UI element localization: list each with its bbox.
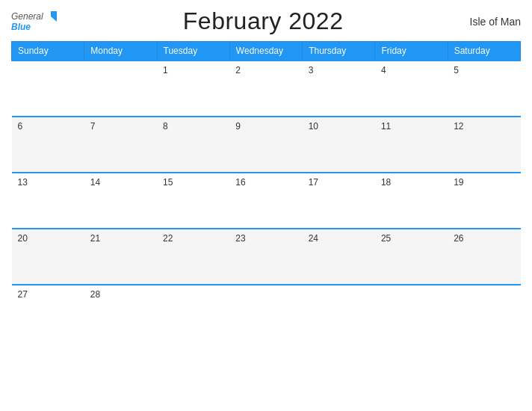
calendar-cell: 11	[375, 117, 448, 173]
day-number: 25	[381, 233, 391, 244]
day-number: 18	[381, 177, 391, 188]
day-number: 5	[454, 65, 459, 75]
day-number: 9	[235, 121, 241, 132]
day-number: 27	[18, 289, 28, 300]
day-number: 19	[454, 177, 463, 188]
header-sunday: Sunday	[12, 42, 84, 61]
calendar-cell: 3	[303, 61, 375, 117]
header-monday: Monday	[84, 42, 157, 61]
calendar-cell: 17	[303, 173, 375, 229]
calendar-cell: 8	[157, 117, 229, 173]
day-number: 11	[381, 121, 391, 132]
calendar-cell: 22	[157, 229, 229, 285]
day-number: 1	[163, 65, 168, 75]
calendar-header-row: Sunday Monday Tuesday Wednesday Thursday…	[12, 42, 521, 61]
day-number: 16	[235, 177, 245, 188]
calendar-week-row: 20212223242526	[12, 229, 521, 285]
calendar-week-row: 13141516171819	[12, 173, 521, 229]
logo-blue: Blue	[11, 22, 31, 32]
header-tuesday: Tuesday	[157, 42, 229, 61]
svg-marker-0	[51, 11, 57, 22]
calendar-table: Sunday Monday Tuesday Wednesday Thursday…	[11, 41, 521, 341]
calendar-title: February 2022	[183, 7, 344, 35]
calendar-cell: 4	[375, 61, 448, 117]
country-label: Isle of Man	[470, 16, 521, 28]
header-thursday: Thursday	[303, 42, 375, 61]
calendar-cell: 7	[84, 117, 157, 173]
calendar-cell: 28	[84, 285, 157, 341]
calendar-cell	[12, 61, 84, 117]
calendar-cell: 12	[448, 117, 520, 173]
calendar-cell	[157, 285, 229, 341]
day-number: 15	[163, 177, 173, 188]
calendar-cell: 10	[303, 117, 375, 173]
calendar-cell: 5	[448, 61, 520, 117]
calendar-cell: 16	[229, 173, 302, 229]
calendar-cell	[303, 285, 375, 341]
day-number: 20	[18, 233, 28, 244]
day-number: 3	[309, 65, 314, 75]
header-saturday: Saturday	[448, 42, 520, 61]
calendar-cell: 24	[303, 229, 375, 285]
calendar-week-row: 6789101112	[12, 117, 521, 173]
logo-flag-icon	[45, 11, 57, 22]
calendar-week-row: 2728	[12, 285, 521, 341]
day-number: 10	[309, 121, 318, 132]
calendar-header: General Blue February 2022 Isle of Man	[11, 7, 521, 35]
day-number: 28	[90, 289, 100, 300]
day-number: 12	[454, 121, 463, 132]
calendar-cell: 14	[84, 173, 157, 229]
calendar-container: General Blue February 2022 Isle of Man S…	[0, 0, 532, 411]
day-number: 8	[163, 121, 168, 132]
day-number: 7	[90, 121, 96, 132]
day-number: 2	[235, 65, 241, 75]
calendar-cell	[375, 285, 448, 341]
calendar-cell: 19	[448, 173, 520, 229]
calendar-cell: 21	[84, 229, 157, 285]
calendar-cell	[84, 61, 157, 117]
calendar-cell: 26	[448, 229, 520, 285]
day-number: 23	[235, 233, 245, 244]
calendar-cell: 25	[375, 229, 448, 285]
calendar-cell: 9	[229, 117, 302, 173]
day-number: 6	[18, 121, 23, 132]
calendar-cell: 2	[229, 61, 302, 117]
calendar-cell	[448, 285, 520, 341]
calendar-cell: 15	[157, 173, 229, 229]
day-number: 13	[18, 177, 28, 188]
calendar-cell: 13	[12, 173, 84, 229]
calendar-cell: 20	[12, 229, 84, 285]
logo: General Blue	[11, 11, 57, 32]
day-number: 14	[90, 177, 100, 188]
logo-general: General	[11, 11, 43, 22]
calendar-cell: 18	[375, 173, 448, 229]
calendar-cell: 23	[229, 229, 302, 285]
calendar-cell: 27	[12, 285, 84, 341]
day-number: 26	[454, 233, 463, 244]
header-wednesday: Wednesday	[229, 42, 302, 61]
day-number: 21	[90, 233, 100, 244]
calendar-cell: 1	[157, 61, 229, 117]
calendar-week-row: 12345	[12, 61, 521, 117]
header-friday: Friday	[375, 42, 448, 61]
calendar-cell	[229, 285, 302, 341]
day-number: 24	[309, 233, 318, 244]
calendar-cell: 6	[12, 117, 84, 173]
day-number: 4	[381, 65, 386, 75]
day-number: 17	[309, 177, 318, 188]
day-number: 22	[163, 233, 173, 244]
